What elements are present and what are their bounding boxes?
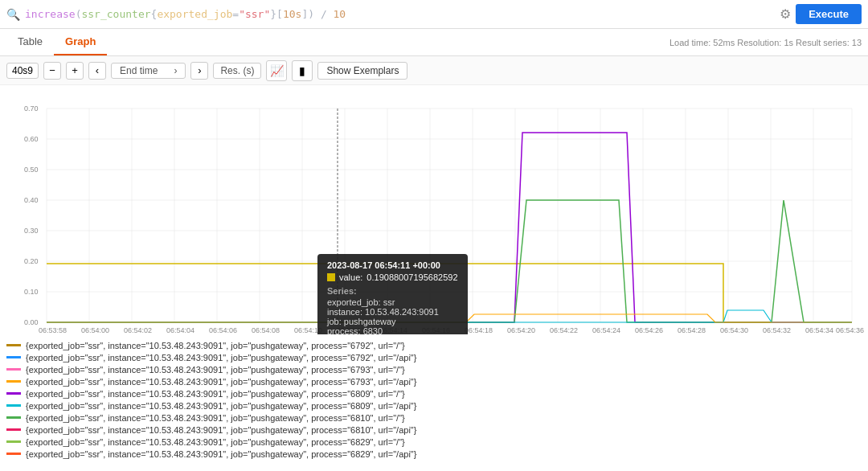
query-input-display[interactable]: increase(ssr_counter{exported_job="ssr"}…	[25, 8, 775, 20]
legend-color-swatch	[6, 428, 21, 431]
x-label-11: 06:54:20	[507, 326, 535, 334]
legend-color-swatch	[6, 356, 21, 358]
x-label-10: 06:54:18	[465, 326, 493, 334]
x-label-5: 06:54:08	[252, 326, 280, 334]
range-value: 40s9	[12, 65, 33, 76]
x-label-6: 06:54:10	[294, 326, 322, 334]
legend-item[interactable]: {exported_job="ssr", instance="10.53.48.…	[6, 448, 862, 460]
legend-label: {exported_job="ssr", instance="10.53.48.…	[26, 413, 405, 423]
legend-color-swatch	[6, 416, 21, 419]
legend-item[interactable]: {exported_job="ssr", instance="10.53.48.…	[6, 363, 862, 375]
x-label-14: 06:54:26	[635, 326, 663, 334]
stacked-chart-button[interactable]: ▮	[292, 60, 313, 81]
tabs-bar: Table Graph Load time: 52ms Resolution: …	[0, 29, 868, 56]
x-label-17: 06:54:32	[763, 326, 791, 334]
y-label-3: 0.30	[24, 227, 39, 235]
legend-label: {exported_job="ssr", instance="10.53.48.…	[26, 461, 405, 464]
legend-color-swatch	[6, 392, 21, 395]
range-increase-button[interactable]: +	[66, 62, 84, 80]
query-bar: 🔍 increase(ssr_counter{exported_job="ssr…	[0, 0, 868, 29]
x-label-15: 06:54:28	[678, 326, 706, 334]
series-purple	[47, 133, 852, 322]
x-label-8: 06:54:14	[379, 326, 407, 334]
x-label-12: 06:54:22	[550, 326, 578, 334]
x-label-7: 06:54:12	[337, 326, 365, 334]
tab-group: Table Graph	[6, 29, 107, 55]
y-label-7: 0.70	[24, 104, 39, 113]
legend-color-swatch	[6, 380, 21, 383]
search-icon: 🔍	[6, 8, 20, 21]
next-button[interactable]: ›	[190, 62, 208, 80]
legend-item[interactable]: {exported_job="ssr", instance="10.53.48.…	[6, 460, 862, 463]
range-decrease-button[interactable]: −	[43, 62, 61, 80]
legend-item[interactable]: {exported_job="ssr", instance="10.53.48.…	[6, 436, 862, 448]
y-label-1: 0.10	[24, 288, 39, 296]
x-label-18: 06:54:34	[805, 326, 833, 334]
show-exemplars-button[interactable]: Show Exemplars	[317, 62, 407, 80]
legend-color-swatch	[6, 404, 21, 407]
legend-label: {exported_job="ssr", instance="10.53.48.…	[26, 353, 416, 362]
legend-item[interactable]: {exported_job="ssr", instance="10.53.48.…	[6, 412, 862, 424]
chart-meta: Load time: 52ms Resolution: 1s Result se…	[669, 38, 862, 47]
tab-table[interactable]: Table	[6, 29, 54, 55]
series-orange	[47, 314, 852, 322]
y-label-5: 0.50	[24, 166, 39, 174]
x-label-2: 06:54:02	[124, 326, 152, 334]
chart-area: 0.00 0.10 0.20 0.30 0.40 0.50 0.60 0.70	[0, 85, 868, 334]
legend-color-swatch	[6, 453, 21, 455]
legend-label: {exported_job="ssr", instance="10.53.48.…	[26, 449, 416, 459]
legend-color-swatch	[6, 440, 21, 443]
x-label-1: 06:54:00	[81, 326, 109, 334]
legend-item[interactable]: {exported_job="ssr", instance="10.53.48.…	[6, 399, 862, 412]
series-yellow	[47, 264, 723, 322]
legend-label: {exported_job="ssr", instance="10.53.48.…	[26, 377, 416, 387]
legend-label: {exported_job="ssr", instance="10.53.48.…	[26, 365, 405, 375]
y-label-6: 0.60	[24, 135, 39, 143]
controls-bar: 40s9 − + ‹ End time › › Res. (s) 📈 ▮ Sho…	[0, 56, 868, 85]
end-time-arrow: ›	[174, 65, 177, 76]
y-label-0: 0.00	[24, 318, 39, 326]
x-label-19: 06:54:36	[836, 326, 864, 334]
tab-graph[interactable]: Graph	[54, 29, 107, 55]
legend-item[interactable]: {exported_job="ssr", instance="10.53.48.…	[6, 424, 862, 436]
resolution-control[interactable]: Res. (s)	[213, 63, 261, 79]
legend-label: {exported_job="ssr", instance="10.53.48.…	[26, 437, 405, 447]
y-label-2: 0.20	[24, 257, 39, 265]
series-cyan	[47, 310, 852, 322]
legend-label: {exported_job="ssr", instance="10.53.48.…	[26, 401, 416, 411]
line-chart-button[interactable]: 📈	[266, 60, 287, 81]
legend-label: {exported_job="ssr", instance="10.53.48.…	[26, 341, 405, 350]
x-label-3: 06:54:04	[166, 326, 194, 334]
x-label-16: 06:54:30	[720, 326, 748, 334]
legend-color-swatch	[6, 368, 21, 371]
prev-button[interactable]: ‹	[88, 62, 106, 80]
legend-item[interactable]: {exported_job="ssr", instance="10.53.48.…	[6, 351, 862, 363]
y-label-4: 0.40	[24, 196, 39, 204]
legend: {exported_job="ssr", instance="10.53.48.…	[0, 334, 868, 463]
execute-button[interactable]: Execute	[796, 4, 862, 24]
legend-item[interactable]: {exported_job="ssr", instance="10.53.48.…	[6, 375, 862, 387]
x-label-9: 06:54:16	[422, 326, 450, 334]
x-label-0: 06:53:58	[39, 326, 67, 334]
x-label-4: 06:54:06	[209, 326, 237, 334]
legend-color-swatch	[6, 344, 21, 346]
range-control[interactable]: 40s9	[6, 63, 39, 79]
settings-icon[interactable]: ⚙	[780, 6, 791, 22]
end-time-label: End time	[120, 65, 158, 76]
legend-label: {exported_job="ssr", instance="10.53.48.…	[26, 389, 405, 399]
legend-item[interactable]: {exported_job="ssr", instance="10.53.48.…	[6, 339, 862, 351]
chart-svg: 0.00 0.10 0.20 0.30 0.40 0.50 0.60 0.70	[0, 85, 868, 334]
res-label: Res. (s)	[220, 65, 254, 76]
legend-label: {exported_job="ssr", instance="10.53.48.…	[26, 425, 416, 435]
x-label-13: 06:54:24	[592, 326, 620, 334]
legend-item[interactable]: {exported_job="ssr", instance="10.53.48.…	[6, 387, 862, 399]
end-time-control[interactable]: End time ›	[111, 63, 186, 79]
